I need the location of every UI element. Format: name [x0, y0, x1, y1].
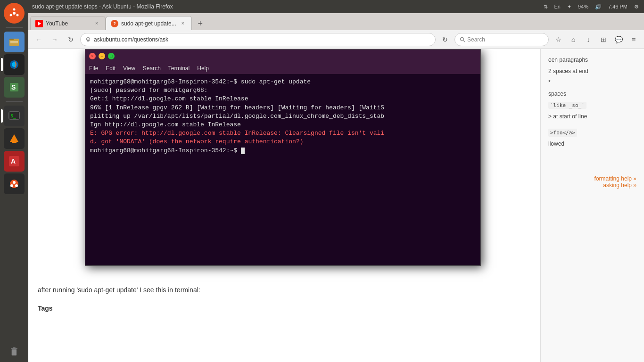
reader-mode-button[interactable]: ⊞	[597, 33, 610, 46]
taskbar-clementine[interactable]	[4, 173, 25, 194]
back-button[interactable]: ←	[32, 33, 45, 46]
main-area: × − □ File Edit View Search Terminal Hel…	[28, 49, 540, 362]
rp-item-3: spaces	[548, 90, 636, 97]
terminal-menu-terminal[interactable]: Terminal	[168, 65, 190, 72]
refresh-button[interactable]: ↻	[438, 33, 452, 46]
terminal-maximize-button[interactable]: □	[108, 53, 115, 59]
search-text: Search	[467, 36, 485, 43]
new-tab-button[interactable]: +	[194, 17, 207, 30]
rp-allowed: llowed	[548, 140, 636, 147]
taskbar-fontmanager[interactable]: A	[4, 151, 25, 172]
tray-volume: 🔊	[594, 4, 603, 10]
terminal-menu-view[interactable]: View	[123, 65, 135, 72]
ubuntu-button[interactable]	[4, 3, 25, 24]
tab-youtube[interactable]: YouTube ×	[30, 16, 106, 30]
svg-rect-17	[13, 140, 16, 142]
terminal-prompt-final: mohitgarg68@mohitgarg68-Inspiron-3542:~$	[90, 147, 476, 155]
svg-rect-18	[12, 142, 17, 143]
page-body-text: after running 'sudo apt-get update' I se…	[38, 285, 531, 295]
terminal-menubar: File Edit View Search Terminal Help	[85, 63, 480, 74]
svg-rect-25	[12, 349, 17, 355]
tray-settings[interactable]: ⚙	[633, 4, 640, 10]
search-icon	[460, 37, 465, 42]
svg-marker-28	[38, 22, 41, 25]
svg-rect-30	[87, 40, 90, 41]
formatting-help-link[interactable]: formatting help »	[594, 175, 636, 182]
search-box[interactable]: Search	[454, 33, 549, 46]
rp-code-sample: `like _so_`	[548, 102, 586, 109]
titlebar-title: sudo apt-get update stops - Ask Ubuntu -…	[32, 3, 173, 10]
titlebar: sudo apt-get update stops - Ask Ubuntu -…	[28, 0, 644, 13]
terminal-menu-search[interactable]: Search	[143, 65, 161, 72]
svg-point-4	[17, 14, 19, 16]
svg-point-24	[15, 184, 18, 187]
rp-item-5: > at start of line	[548, 113, 636, 120]
asking-help-link[interactable]: asking help »	[603, 182, 636, 189]
terminal-menu-edit[interactable]: Edit	[106, 65, 116, 72]
taskbar-trash[interactable]	[4, 341, 25, 362]
rp-item-2: *	[548, 79, 636, 86]
taskbar-sep2	[6, 101, 23, 102]
rp-links: formatting help » asking help »	[548, 175, 636, 189]
askubuntu-tab-close[interactable]: ×	[179, 20, 187, 27]
terminal-window: × − □ File Edit View Search Terminal Hel…	[85, 49, 481, 266]
rp-item-0: een paragraphs	[548, 57, 636, 63]
taskbar-files[interactable]	[4, 32, 25, 52]
tags-label: Tags	[38, 304, 531, 312]
terminal-close-button[interactable]: ×	[89, 53, 96, 59]
terminal-line-3: 96% [1 InRelease gpgv 262 B] [Waiting fo…	[90, 104, 476, 112]
terminal-line-2: Get:1 http://dl.google.com stable InRele…	[90, 95, 476, 103]
terminal-menu-file[interactable]: File	[89, 65, 98, 72]
taskbar-vlc[interactable]	[4, 128, 25, 149]
menu-button[interactable]: ≡	[627, 33, 640, 46]
svg-text:A: A	[11, 157, 16, 165]
terminal-line-7: d, got 'NODATA' (does the network requir…	[90, 138, 476, 146]
terminal-line-1: [sudo] password for mohitgarg68:	[90, 86, 476, 95]
svg-point-5	[10, 14, 12, 16]
terminal-menu-help[interactable]: Help	[197, 65, 209, 72]
rp-item-4: `like _so_`	[548, 102, 636, 108]
chat-button[interactable]: 💬	[612, 33, 625, 46]
rp-code-block: >foo</a> llowed	[548, 129, 636, 147]
terminal-body[interactable]: mohitgarg68@mohitgarg68-Inspiron-3542:~$…	[85, 74, 480, 265]
youtube-tab-close[interactable]: ×	[93, 20, 100, 27]
svg-point-22	[13, 181, 16, 184]
svg-line-32	[463, 41, 465, 42]
terminal-titlebar: × − □	[85, 49, 480, 63]
taskbar: S $_ A	[0, 0, 28, 362]
nav-icons: ☆ ⌂ ↓ ⊞ 💬 ≡	[552, 33, 640, 46]
navbar: ← → ↻ askubuntu.com/questions/ask ↻ Sear…	[28, 30, 644, 49]
right-panel: een paragraphs 2 spaces at end * spaces …	[540, 49, 644, 362]
askubuntu-favicon: ?	[111, 20, 118, 27]
svg-rect-26	[11, 348, 17, 349]
rp-code-html: >foo</a>	[548, 129, 636, 136]
svg-rect-27	[13, 347, 16, 348]
taskbar-sublime[interactable]: S	[4, 77, 25, 98]
svg-text:$_: $_	[10, 113, 17, 119]
tray-lang: En	[553, 4, 562, 9]
svg-rect-7	[9, 39, 14, 40]
pocket-button[interactable]: ↓	[582, 33, 595, 46]
svg-point-31	[461, 37, 464, 41]
youtube-favicon	[35, 20, 43, 27]
tab-askubuntu[interactable]: ? sudo apt-get update... ×	[106, 16, 192, 30]
taskbar-terminal[interactable]: $_	[4, 106, 25, 126]
page-content: × − □ File Edit View Search Terminal Hel…	[28, 49, 644, 362]
tray-battery: 94%	[577, 4, 590, 9]
home-bookmark-button[interactable]: ⌂	[567, 33, 580, 46]
svg-point-23	[10, 184, 13, 187]
titlebar-right: ⇅ En ✦ 94% 🔊 7:46 PM ⚙	[542, 4, 640, 10]
reload-button[interactable]: ↻	[64, 33, 77, 46]
svg-text:S: S	[11, 83, 16, 91]
address-text: askubuntu.com/questions/ask	[94, 36, 168, 43]
terminal-line-4: plitting up /var/lib/apt/lists/partial/d…	[90, 112, 476, 121]
tray-network: ⇅	[542, 4, 549, 10]
forward-button[interactable]: →	[48, 33, 61, 46]
bookmark-star-button[interactable]: ☆	[552, 33, 565, 46]
terminal-minimize-button[interactable]: −	[99, 53, 105, 59]
svg-rect-9	[10, 42, 18, 43]
address-bar[interactable]: askubuntu.com/questions/ask	[80, 33, 436, 46]
browser-window: YouTube × ? sudo apt-get update... × + ←…	[28, 13, 644, 362]
taskbar-firefox[interactable]	[4, 54, 25, 75]
terminal-line-0: mohitgarg68@mohitgarg68-Inspiron-3542:~$…	[90, 78, 476, 86]
